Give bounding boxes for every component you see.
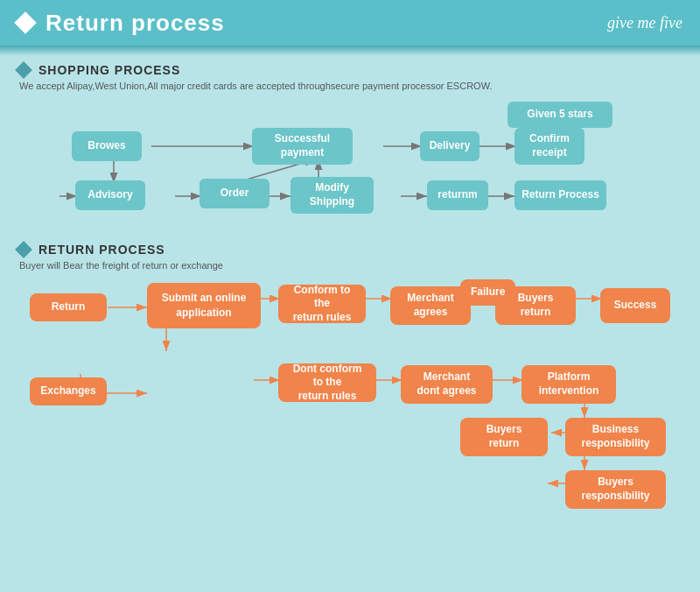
returnm-box: returnm xyxy=(427,180,488,210)
conform-rules-box: Conform to thereturn rules xyxy=(278,285,366,323)
page-title: Return process xyxy=(46,10,225,37)
merchant-agrees-box: Merchantagrees xyxy=(390,286,471,325)
order-box: Order xyxy=(200,179,270,208)
return-diamond-icon xyxy=(15,241,32,258)
dont-conform-rules-box: Dont conform to thereturn rules xyxy=(278,363,376,402)
main-content: SHOPPING PROCESS We accept Alipay,West U… xyxy=(0,46,700,526)
modify-shipping-box: ModifyShipping xyxy=(290,177,374,214)
exchanges-box: Exchanges xyxy=(30,377,107,405)
return-title: RETURN PROCESS xyxy=(38,243,165,257)
buyers-return2-box: Buyersreturn xyxy=(460,418,548,456)
shopping-section-header: SHOPPING PROCESS xyxy=(18,63,682,77)
delivery-box: Delivery xyxy=(420,131,480,161)
shopping-diamond-icon xyxy=(15,61,32,79)
advisory-box: Advisory xyxy=(75,180,145,210)
header-diamond-icon xyxy=(14,11,36,33)
platform-intervention-box: Platformintervention xyxy=(522,365,616,404)
return-section-header: RETURN PROCESS xyxy=(18,243,682,257)
buyers-responsibility-box: Buyersresponsibility xyxy=(565,470,666,509)
merchant-dont-agrees-box: Merchantdont agrees xyxy=(401,365,493,404)
return-box: Return xyxy=(30,293,107,321)
successful-payment-box: Successfulpayment xyxy=(252,128,353,165)
submit-online-box: Submit an onlineapplication xyxy=(147,283,261,328)
return-process-box: Return Process xyxy=(514,180,606,210)
business-responsibility-box: Businessresponsibility xyxy=(565,418,666,456)
shopping-diagram: Given 5 stars Successfulpayment Delivery… xyxy=(18,100,682,236)
return-diagram: Return Submit an onlineapplication Confo… xyxy=(18,279,682,516)
given-5-stars-box: Given 5 stars xyxy=(508,102,612,128)
shopping-desc: We accept Alipay,West Union,All major cr… xyxy=(19,81,682,91)
failure-box: Failure xyxy=(460,279,515,306)
confirm-receipt-box: Confirmreceipt xyxy=(514,128,584,165)
shopping-title: SHOPPING PROCESS xyxy=(38,63,180,77)
success-box: Success xyxy=(600,288,670,323)
browes-box: Browes xyxy=(72,131,142,161)
page-header: Return process give me five xyxy=(0,0,700,46)
return-desc: Buyer will Bear the freight of return or… xyxy=(19,260,682,271)
brand-text: give me five xyxy=(607,14,682,32)
